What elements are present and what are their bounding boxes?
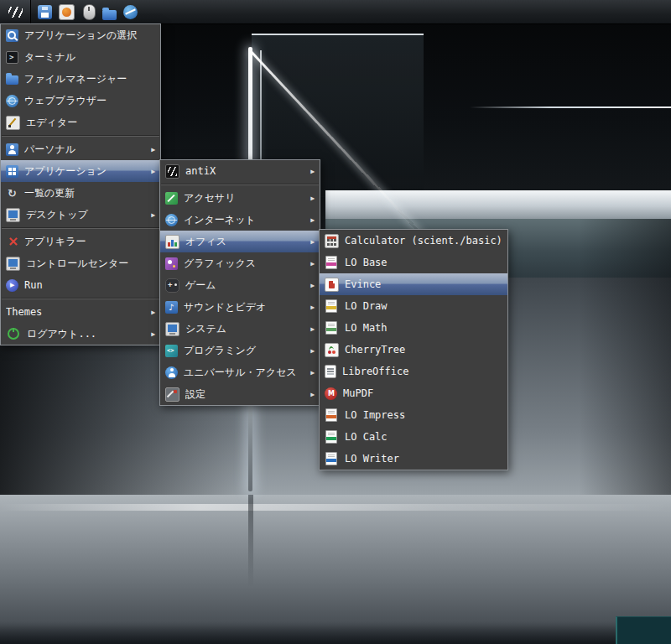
menu-item-lo-draw[interactable]: LO Draw [320,295,507,317]
submenu-arrow-icon: ▶ [310,238,315,246]
globe-icon [6,95,18,107]
menu-item-lo-base[interactable]: LO Base [320,252,507,273]
calculator-icon [325,234,339,248]
menu-item-office[interactable]: オフィス ▶ [160,231,320,252]
wallpaper-bright-band [325,190,671,219]
tools-icon [165,387,179,402]
menu-item-label: CherryTree [345,344,502,356]
menu-item-mupdf[interactable]: MuPDF [320,382,507,404]
code-icon [165,345,178,357]
submenu-arrow-icon: ▶ [310,347,315,355]
menu-item-themes[interactable]: Themes ▶ [1,301,160,323]
menu-item-lo-math[interactable]: LO Math [320,317,507,339]
menu-item-lo-writer[interactable]: LO Writer [320,448,507,470]
menu-item-control-center[interactable]: コントロールセンター [1,252,160,274]
menu-item-libreoffice[interactable]: LibreOffice [320,361,507,382]
lo-impress-icon [325,408,337,422]
person-icon [6,143,18,156]
menu-item-label: MuPDF [343,387,502,399]
submenu-arrow-icon: ▶ [310,168,315,175]
search-icon [6,29,18,42]
menu-item-evince[interactable]: Evince [320,273,507,295]
submenu-arrow-icon: ▶ [310,325,315,333]
menu-item-file-manager[interactable]: ファイルマネージャー [1,68,160,90]
package-installer-icon[interactable] [59,4,75,20]
submenu-arrow-icon: ▶ [151,330,155,338]
submenu-arrow-icon: ▶ [151,168,155,175]
menu-item-accessories[interactable]: アクセサリ ▶ [160,187,320,209]
menu-item-label: サウンドとビデオ [184,300,304,314]
menu-item-app-killer[interactable]: アプリキラー [1,231,160,252]
power-icon [8,328,19,340]
wallpaper-right-shadow [579,219,671,496]
menu-item-select-application[interactable]: アプリケーションの選択 [1,24,160,46]
menu-item-universal-access[interactable]: ユニバーサル・アクセス ▶ [160,361,320,383]
menu-item-web-browser[interactable]: ウェブブラウザー [1,90,160,112]
menu-item-editor[interactable]: エディター [1,112,160,133]
mupdf-icon [325,387,337,400]
menu-item-games[interactable]: ゲーム ▶ [160,274,320,296]
menu-item-personal[interactable]: パーソナル ▶ [1,138,160,160]
menu-item-label: ファイルマネージャー [24,72,155,86]
menu-item-settings[interactable]: 設定 ▶ [160,383,320,405]
libreoffice-icon [325,365,336,378]
menu-item-label: プログラミング [184,344,304,358]
menu-item-lo-calc[interactable]: LO Calc [320,426,507,448]
applications-grid-icon [6,165,18,178]
menu-separator [2,135,159,137]
file-manager-launcher-icon[interactable] [102,10,117,20]
antix-logo-icon [8,7,23,18]
accessibility-icon [165,366,178,379]
web-browser-launcher-icon[interactable] [123,5,138,19]
save-launcher-icon[interactable] [38,5,52,19]
menu-item-run[interactable]: Run [1,274,160,296]
submenu-arrow-icon: ▶ [310,391,315,398]
menu-item-sound-video[interactable]: サウンドとビデオ ▶ [160,296,320,318]
menu-item-desktop[interactable]: デスクトップ ▶ [1,204,160,226]
terminal-icon [6,51,18,64]
menu-item-label: LO Draw [345,300,502,312]
menu-item-applications[interactable]: アプリケーション ▶ [1,160,160,182]
menu-item-calculator[interactable]: Calculator (scient./basic) [320,230,507,252]
submenu-arrow-icon: ▶ [310,304,315,311]
music-note-icon [165,301,178,314]
menu-item-label: Run [24,279,155,291]
wallpaper-pole-reflection [248,495,253,587]
menu-item-lo-impress[interactable]: LO Impress [320,404,507,426]
menu-item-label: Evince [345,278,502,290]
editor-icon [6,116,20,130]
menu-item-graphics[interactable]: グラフィックス ▶ [160,252,320,274]
control-center-icon [6,257,20,271]
menu-separator [2,298,159,299]
menu-item-label: LO Base [345,257,502,268]
menu-item-antix[interactable]: antiX ▶ [160,160,320,182]
menu-item-programming[interactable]: プログラミング ▶ [160,340,320,361]
lo-math-icon [325,321,337,335]
menu-item-cherrytree[interactable]: CherryTree [320,339,507,361]
taskbar [0,0,671,24]
system-monitor-icon [165,322,179,336]
folder-icon [6,75,18,85]
menu-item-internet[interactable]: インターネット ▶ [160,209,320,231]
start-menu-button[interactable] [0,0,31,23]
menu-item-label: グラフィックス [184,257,304,271]
internet-globe-icon [165,214,178,226]
office-submenu: Calculator (scient./basic) LO Base Evinc… [319,229,508,470]
menu-item-terminal[interactable]: ターミナル [1,46,160,68]
menu-item-logout[interactable]: ログアウト... ▶ [1,323,160,345]
menu-item-refresh-list[interactable]: 一覧の更新 [1,182,160,204]
wallpaper-corner-block [616,616,671,644]
graphics-icon [165,257,178,270]
menu-item-label: エディター [26,116,155,130]
menu-item-label: ユニバーサル・アクセス [184,366,304,380]
wallpaper-floor-reflection [0,504,671,511]
mouse-settings-icon[interactable] [83,4,96,20]
menu-item-label: アプリキラー [24,235,155,249]
menu-item-label: 設定 [185,387,304,402]
menu-item-label: LO Math [345,322,502,334]
submenu-arrow-icon: ▶ [310,282,315,289]
lo-writer-icon [325,452,337,465]
lo-calc-icon [325,430,337,444]
menu-item-label: ターミナル [24,50,155,65]
menu-item-system[interactable]: システム ▶ [160,318,320,340]
